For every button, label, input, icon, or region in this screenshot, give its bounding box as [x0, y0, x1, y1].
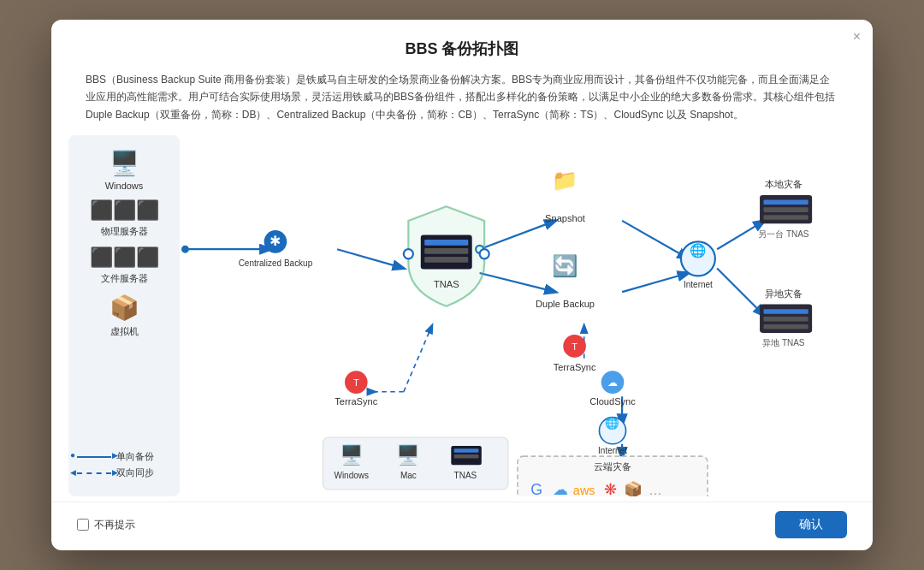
- svg-text:🔄: 🔄: [553, 253, 579, 279]
- legend-solid: 单向备份: [77, 450, 171, 463]
- svg-text:🖥️: 🖥️: [396, 443, 420, 466]
- internet-right-node: 🌐 Internet: [681, 242, 715, 289]
- terrasync-bottom-node: T TerraSync: [335, 371, 377, 407]
- legend-solid-label: 单向备份: [116, 450, 154, 463]
- svg-text:aws: aws: [573, 484, 595, 496]
- svg-rect-39: [764, 215, 808, 220]
- file-server-label: 文件服务器: [101, 272, 148, 285]
- svg-text:CloudSync: CloudSync: [589, 396, 636, 407]
- legend-solid-line: [77, 456, 111, 458]
- svg-line-2: [337, 249, 404, 268]
- svg-text:Centralized Backup: Centralized Backup: [239, 258, 313, 268]
- svg-rect-21: [424, 257, 468, 263]
- svg-line-7: [622, 273, 689, 292]
- modal-body: 🖥️ Windows ⬛⬛⬛ 物理服务器 ⬛⬛⬛ 文件服务器 📦 虚拟机 单向备…: [51, 135, 873, 496]
- svg-rect-45: [764, 324, 808, 330]
- legend-dashed: 双向同步: [77, 466, 171, 479]
- tnas-shield-node: TNAS: [404, 206, 489, 306]
- internet-bottom-node: 🌐 Internet: [598, 416, 627, 455]
- svg-text:❋: ❋: [604, 481, 617, 496]
- remote-backup-dest: 异地灾备 异地 TNAS: [760, 288, 812, 348]
- svg-text:Internet: Internet: [684, 280, 713, 289]
- device-windows: 🖥️ Windows: [77, 149, 171, 191]
- svg-point-1: [181, 246, 189, 253]
- duple-backup-node: 🔄 Duple Backup: [536, 253, 595, 309]
- svg-text:☁: ☁: [607, 377, 618, 389]
- vm-icon: 📦: [110, 294, 139, 322]
- svg-line-11: [404, 325, 432, 392]
- svg-text:云端灾备: 云端灾备: [594, 461, 631, 472]
- svg-text:🌐: 🌐: [690, 242, 707, 258]
- svg-text:☁: ☁: [553, 481, 568, 496]
- svg-text:T: T: [353, 377, 359, 388]
- svg-text:Internet: Internet: [598, 446, 627, 455]
- file-server-icon: ⬛⬛⬛: [90, 246, 159, 269]
- svg-rect-38: [764, 208, 808, 213]
- svg-line-6: [622, 221, 689, 258]
- svg-line-5: [480, 273, 556, 292]
- svg-rect-20: [424, 248, 468, 254]
- svg-text:Windows: Windows: [334, 471, 369, 480]
- modal-footer: 不再提示 确认: [51, 502, 873, 550]
- svg-text:异地 TNAS: 异地 TNAS: [762, 339, 805, 348]
- svg-text:TNAS: TNAS: [434, 279, 459, 289]
- svg-text:T: T: [572, 341, 578, 352]
- cloudsync-node: ☁ CloudSync: [589, 371, 636, 407]
- svg-text:…: …: [649, 483, 662, 496]
- svg-text:TerraSync: TerraSync: [554, 362, 596, 372]
- svg-line-3: [480, 221, 556, 249]
- svg-line-9: [717, 269, 765, 317]
- physical-server-icon: ⬛⬛⬛: [90, 199, 159, 222]
- device-file-server: ⬛⬛⬛ 文件服务器: [77, 246, 171, 285]
- local-backup-dest: 本地灾备 另一台 TNAS: [758, 179, 812, 239]
- svg-text:Mac: Mac: [400, 471, 417, 480]
- svg-rect-43: [764, 309, 808, 314]
- vm-label: 虚拟机: [110, 325, 139, 338]
- windows-label: Windows: [105, 181, 144, 191]
- svg-text:异地灾备: 异地灾备: [765, 288, 803, 299]
- legend-dashed-line: [77, 472, 111, 474]
- physical-server-label: 物理服务器: [101, 225, 148, 238]
- svg-text:Duple Backup: Duple Backup: [536, 299, 595, 309]
- windows-icon: 🖥️: [110, 149, 139, 177]
- svg-rect-62: [454, 448, 479, 452]
- svg-text:TNAS: TNAS: [454, 471, 477, 480]
- svg-text:📁: 📁: [553, 168, 579, 193]
- svg-rect-63: [454, 454, 479, 458]
- device-vm: 📦 虚拟机: [77, 294, 171, 338]
- svg-rect-37: [764, 200, 808, 205]
- svg-text:本地灾备: 本地灾备: [765, 179, 803, 189]
- svg-text:🖥️: 🖥️: [340, 443, 364, 466]
- device-physical-server: ⬛⬛⬛ 物理服务器: [77, 199, 171, 238]
- svg-text:✱: ✱: [270, 234, 281, 248]
- close-button[interactable]: ×: [853, 30, 861, 44]
- svg-point-24: [480, 249, 489, 258]
- no-show-checkbox[interactable]: [77, 519, 89, 531]
- modal-description: BBS（Business Backup Suite 商用备份套装）是铁威马自主研…: [51, 71, 873, 135]
- snapshot-node: 📁 Snapshot: [545, 168, 585, 223]
- legend-dashed-label: 双向同步: [116, 466, 154, 479]
- svg-rect-19: [424, 240, 468, 246]
- left-panel: 🖥️ Windows ⬛⬛⬛ 物理服务器 ⬛⬛⬛ 文件服务器 📦 虚拟机 单向备…: [68, 135, 180, 496]
- svg-point-23: [404, 249, 413, 258]
- confirm-button[interactable]: 确认: [775, 511, 847, 538]
- no-show-label: 不再提示: [94, 518, 135, 532]
- terrasync-right-node: T TerraSync: [554, 335, 596, 372]
- diagram-area: ✱ Centralized Backup TNAS: [180, 135, 856, 496]
- footer-left: 不再提示: [77, 518, 135, 532]
- svg-text:🌐: 🌐: [606, 416, 620, 430]
- svg-text:另一台 TNAS: 另一台 TNAS: [758, 229, 809, 239]
- svg-text:G: G: [530, 481, 542, 496]
- svg-text:TerraSync: TerraSync: [335, 396, 377, 407]
- modal-title: BBS 备份拓扑图: [51, 20, 873, 71]
- diagram-svg: ✱ Centralized Backup TNAS: [180, 135, 856, 496]
- modal-container: × BBS 备份拓扑图 BBS（Business Backup Suite 商用…: [51, 20, 873, 550]
- svg-text:📦: 📦: [624, 480, 643, 496]
- legend-area: 单向备份 双向同步: [77, 443, 171, 483]
- svg-rect-44: [764, 317, 808, 322]
- svg-text:Snapshot: Snapshot: [545, 213, 585, 223]
